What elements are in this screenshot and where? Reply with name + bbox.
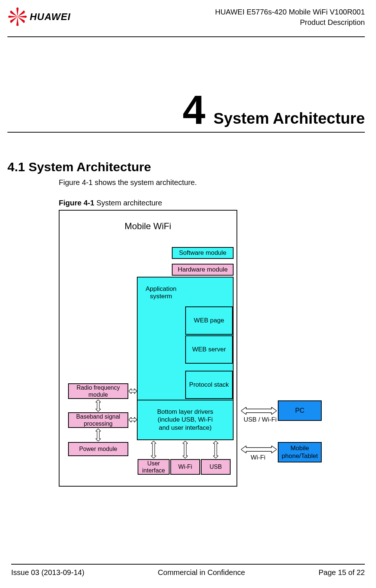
doc-title-line1: HUAWEI E5776s-420 Mobile WiFi V100R001 [215, 7, 365, 17]
footer-left: Issue 03 (2013-09-14) [11, 568, 84, 577]
section-intro: Figure 4-1 shows the system architecture… [59, 178, 197, 187]
figure-caption-text: System architecture [96, 199, 162, 207]
section-heading: 4.1 System Architecture [7, 160, 151, 174]
usb-module-box: USB [201, 459, 231, 475]
brand-logo: HUAWEI [7, 7, 71, 27]
protocol-stack-box: Protocol stack [185, 371, 233, 399]
arrow-drivers-ui [151, 441, 156, 458]
svg-marker-7 [241, 407, 277, 415]
chapter-heading: 4 System Architecture [183, 89, 365, 130]
baseband-module-box: Baseband signal processing [68, 412, 128, 428]
web-page-box: WEB page [185, 306, 233, 335]
arrow-rf-stack [129, 389, 137, 394]
bottom-drivers-box: Bottom layer drivers (include USB, Wi-Fi… [138, 400, 233, 439]
chapter-number: 4 [183, 89, 205, 130]
doc-title: HUAWEI E5776s-420 Mobile WiFi V100R001 P… [215, 7, 365, 27]
wifi-module-box: Wi-Fi [170, 459, 200, 475]
power-module-box: Power module [68, 442, 128, 456]
brand-text: HUAWEI [30, 11, 71, 23]
page-footer: Issue 03 (2013-09-14) Commercial in Conf… [11, 564, 365, 577]
svg-marker-3 [96, 429, 101, 441]
svg-marker-1 [129, 417, 137, 422]
chapter-title-text: System Architecture [213, 110, 365, 127]
arrow-to-pc [241, 407, 277, 412]
pc-box: PC [278, 400, 322, 421]
application-label: Application systerm [137, 285, 185, 301]
web-server-box: WEB server [185, 335, 233, 364]
diagram-title: Mobile WiFi [125, 221, 171, 231]
link-wifi-label: Wi-Fi [251, 454, 266, 461]
huawei-icon [7, 7, 28, 27]
arrow-rf-bb [96, 400, 101, 412]
svg-marker-5 [183, 441, 188, 458]
chapter-rule [7, 132, 365, 133]
footer-right: Page 15 of 22 [318, 568, 365, 577]
mobile-tablet-box: Mobile phone/Tablet [278, 442, 322, 462]
footer-center: Commercial in Confidence [158, 568, 245, 577]
arrow-bb-power [96, 429, 101, 441]
svg-marker-2 [96, 400, 101, 412]
svg-marker-6 [213, 441, 218, 458]
legend-hardware: Hardware module [172, 264, 234, 276]
arrow-to-mobile [241, 446, 277, 451]
figure-caption: Figure 4-1 System architecture [59, 199, 162, 207]
link-usb-wifi-label: USB / Wi-Fi [244, 416, 277, 423]
svg-marker-8 [241, 446, 277, 453]
ui-module-box: User interface [138, 459, 170, 475]
page-header: HUAWEI HUAWEI E5776s-420 Mobile WiFi V10… [7, 7, 365, 37]
figure-label: Figure 4-1 [59, 199, 94, 207]
svg-marker-0 [129, 389, 137, 394]
arrow-bb-stack [129, 417, 137, 422]
legend-software: Software module [172, 247, 234, 259]
svg-marker-4 [151, 441, 156, 458]
arrow-drivers-usb [213, 441, 218, 458]
arrow-drivers-wifi [183, 441, 188, 458]
rf-module-box: Radio frequency module [68, 383, 128, 399]
doc-title-line2: Product Description [215, 17, 365, 27]
